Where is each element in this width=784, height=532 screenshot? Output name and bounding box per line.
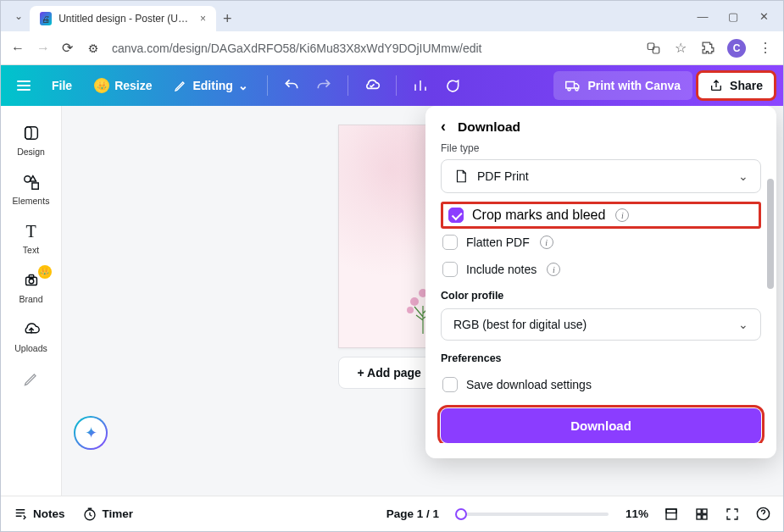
include-notes-label: Include notes xyxy=(466,263,537,276)
save-settings-label: Save download settings xyxy=(466,378,592,391)
svg-point-10 xyxy=(29,279,34,284)
timer-button[interactable]: Timer xyxy=(82,507,134,522)
file-menu[interactable]: File xyxy=(43,74,81,97)
sidebar-label: Uploads xyxy=(14,343,47,353)
share-button[interactable]: Share xyxy=(698,72,775,99)
color-profile-select[interactable]: RGB (best for digital use) ⌄ xyxy=(441,308,761,341)
file-type-value: PDF Print xyxy=(477,169,529,183)
print-with-canva-button[interactable]: Print with Canva xyxy=(553,71,692,100)
truck-icon xyxy=(565,78,581,93)
uploads-icon xyxy=(21,319,42,340)
zoom-thumb[interactable] xyxy=(455,508,467,520)
zoom-slider[interactable] xyxy=(456,513,609,516)
panel-back-button[interactable]: ‹ xyxy=(441,118,446,136)
sidebar-item-draw[interactable] xyxy=(4,363,58,394)
sidebar-label: Design xyxy=(17,147,45,157)
scrollbar-thumb[interactable] xyxy=(767,179,774,289)
draw-icon xyxy=(21,369,42,389)
window-close-icon[interactable]: ✕ xyxy=(758,10,770,23)
zoom-percent[interactable]: 11% xyxy=(626,507,648,520)
analytics-icon[interactable] xyxy=(407,72,434,99)
crop-bleed-checkbox[interactable] xyxy=(448,208,464,223)
page-indicator[interactable]: Page 1 / 1 xyxy=(386,507,439,520)
chevron-down-icon: ⌄ xyxy=(238,79,248,92)
nav-reload-icon[interactable]: ⟳ xyxy=(62,40,73,56)
translate-icon[interactable] xyxy=(646,41,661,56)
extensions-icon[interactable] xyxy=(700,41,715,56)
pdf-icon xyxy=(453,169,469,184)
pencil-icon xyxy=(174,79,187,92)
print-label: Print with Canva xyxy=(587,79,681,92)
new-tab-button[interactable]: + xyxy=(223,10,232,28)
site-info-icon[interactable]: ⚙ xyxy=(85,41,100,56)
sidebar-item-elements[interactable]: Elements xyxy=(4,167,58,211)
svg-rect-22 xyxy=(697,514,701,518)
notes-icon xyxy=(13,507,28,522)
svg-rect-20 xyxy=(697,509,701,513)
grid-view-icon[interactable] xyxy=(694,507,709,522)
browser-tab[interactable]: 🖨 Untitled design - Poster (US) - C × xyxy=(30,6,216,31)
editing-menu[interactable]: Editing ⌄ xyxy=(165,74,256,97)
nav-forward-icon[interactable]: → xyxy=(36,41,50,56)
sidebar-item-design[interactable]: Design xyxy=(4,118,58,162)
page-view-icon[interactable] xyxy=(664,507,679,522)
text-icon: T xyxy=(21,221,42,241)
resize-button[interactable]: 👑 Resize xyxy=(86,73,160,98)
bookmark-icon[interactable]: ☆ xyxy=(673,41,688,56)
svg-rect-19 xyxy=(666,509,676,513)
info-icon[interactable]: i xyxy=(547,263,560,276)
browser-menu-icon[interactable]: ⋮ xyxy=(758,41,773,56)
download-panel: ‹ Download File type PDF Print ⌄ Crop ma… xyxy=(425,106,776,458)
sidebar-item-brand[interactable]: 👑 Brand xyxy=(4,265,58,309)
notes-label: Notes xyxy=(33,507,65,520)
comment-icon[interactable] xyxy=(439,72,466,99)
design-icon xyxy=(21,123,42,143)
download-button[interactable]: Download xyxy=(441,408,761,443)
save-settings-checkbox[interactable] xyxy=(442,377,458,392)
sidebar-item-uploads[interactable]: Uploads xyxy=(4,314,58,358)
canva-toolbar: File 👑 Resize Editing ⌄ xyxy=(1,65,783,106)
flatten-pdf-checkbox[interactable] xyxy=(442,235,458,250)
chevron-down-icon: ⌄ xyxy=(738,169,748,183)
panel-title: Download xyxy=(458,119,520,135)
sidebar-item-text[interactable]: T Text xyxy=(4,216,58,260)
sidebar-label: Brand xyxy=(19,294,42,304)
notes-button[interactable]: Notes xyxy=(13,507,65,522)
svg-point-4 xyxy=(575,88,578,91)
undo-button[interactable] xyxy=(278,72,305,99)
magic-tools-button[interactable]: ✦ xyxy=(74,416,108,450)
sparkle-icon: ✦ xyxy=(85,424,97,442)
nav-back-icon[interactable]: ← xyxy=(11,41,25,56)
canva-favicon: 🖨 xyxy=(40,12,52,25)
svg-rect-6 xyxy=(25,127,31,140)
tab-title: Untitled design - Poster (US) - C xyxy=(58,13,188,25)
close-tab-icon[interactable]: × xyxy=(200,13,206,25)
panel-scrollbar[interactable] xyxy=(764,145,774,446)
svg-rect-2 xyxy=(566,82,575,89)
profile-avatar[interactable]: C xyxy=(727,39,746,58)
redo-button[interactable] xyxy=(310,72,337,99)
url-text[interactable]: canva.com/design/DAGaXdRFO58/Ki6Mu83X8xW… xyxy=(112,42,634,55)
resize-label: Resize xyxy=(114,79,152,92)
svg-rect-21 xyxy=(703,509,707,513)
preferences-label: Preferences xyxy=(441,352,761,364)
divider xyxy=(396,75,397,96)
info-icon[interactable]: i xyxy=(540,236,553,249)
info-icon[interactable]: i xyxy=(615,208,629,222)
color-profile-value: RGB (best for digital use) xyxy=(453,318,587,331)
flatten-label: Flatten PDF xyxy=(466,236,530,249)
tabs-dropdown[interactable]: ⌄ xyxy=(8,10,30,22)
window-maximize-icon[interactable]: ▢ xyxy=(727,10,739,23)
window-minimize-icon[interactable]: — xyxy=(697,10,709,23)
file-type-label: File type xyxy=(441,142,761,154)
help-icon[interactable] xyxy=(755,506,771,522)
crown-badge-icon: 👑 xyxy=(38,265,52,279)
include-notes-checkbox[interactable] xyxy=(442,262,458,277)
divider xyxy=(348,75,348,96)
menu-button[interactable] xyxy=(9,71,38,100)
fullscreen-icon[interactable] xyxy=(725,507,740,522)
cloud-sync-icon[interactable] xyxy=(359,72,386,99)
crop-bleed-label: Crop marks and bleed xyxy=(472,208,605,223)
file-type-select[interactable]: PDF Print ⌄ xyxy=(441,159,761,193)
timer-icon xyxy=(82,507,97,522)
